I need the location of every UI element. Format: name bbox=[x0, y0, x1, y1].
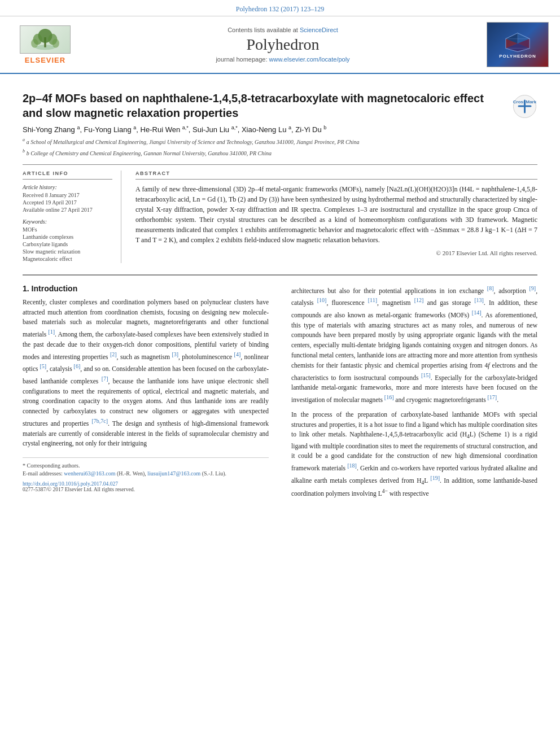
abstract-text: A family of new three-dimensional (3D) 2… bbox=[135, 184, 537, 245]
article-content: 2p–4f MOFs based on naphthalene-1,4,5,8-… bbox=[0, 74, 560, 512]
journal-homepage: journal homepage: www.elsevier.com/locat… bbox=[90, 56, 475, 63]
article-abstract-panel: ABSTRACT A family of new three-dimension… bbox=[135, 171, 537, 263]
article-info-label: ARTICLE INFO bbox=[23, 171, 112, 176]
article-title-text: 2p–4f MOFs based on naphthalene-1,4,5,8-… bbox=[23, 91, 512, 120]
journal-center: Contents lists available at ScienceDirec… bbox=[79, 27, 487, 63]
history-available: Available online 27 April 2017 bbox=[23, 207, 112, 213]
footnotes: * Corresponding authors. E-mail addresse… bbox=[23, 457, 269, 492]
homepage-label: journal homepage: bbox=[216, 56, 267, 63]
email2-link[interactable]: liusuijun147@163.com bbox=[147, 470, 200, 477]
affiliation-a: a a School of Metallurgical and Chemical… bbox=[23, 137, 537, 146]
intro-paragraph1: Recently, cluster complexes and coordina… bbox=[23, 298, 269, 449]
keyword-magnetocaloric: Magnetocaloric effect bbox=[23, 256, 112, 262]
copyright-text: © 2017 Elsevier Ltd. All rights reserved… bbox=[135, 250, 537, 256]
article-title-row: 2p–4f MOFs based on naphthalene-1,4,5,8-… bbox=[23, 91, 537, 120]
corresponding-authors-note: * Corresponding authors. bbox=[23, 462, 269, 469]
article-title-main: 2p–4f MOFs based on naphthalene-1,4,5,8-… bbox=[23, 92, 484, 119]
elsevier-logo: ELSEVIER bbox=[11, 25, 79, 64]
issn-text: 0277-5387/© 2017 Elsevier Ltd. All right… bbox=[23, 487, 269, 492]
email2-name: (S.-J. Liu). bbox=[202, 470, 226, 477]
article-info-abstract-columns: ARTICLE INFO Article history: Received 8… bbox=[23, 164, 537, 263]
keyword-lanthanide: Lanthanide complexes bbox=[23, 234, 112, 240]
abstract-label: ABSTRACT bbox=[135, 171, 537, 176]
sciencedirect-text: Contents lists available at bbox=[228, 27, 298, 33]
body-col-left: 1. Introduction Recently, cluster comple… bbox=[23, 284, 274, 504]
journal-ref-link[interactable]: Polyhedron 132 (2017) 123–129 bbox=[236, 5, 324, 13]
elsevier-label: ELSEVIER bbox=[25, 56, 65, 64]
keyword-mofs: MOFs bbox=[23, 226, 112, 233]
polyhedron-logo: POLYHEDRON bbox=[487, 22, 549, 67]
article-history: Article history: Received 8 January 2017… bbox=[23, 184, 112, 213]
journal-title: Polyhedron bbox=[90, 36, 475, 54]
body-columns: 1. Introduction Recently, cluster comple… bbox=[23, 284, 537, 504]
doi-anchor[interactable]: http://dx.doi.org/10.1016/j.poly.2017.04… bbox=[23, 481, 118, 487]
polyhedron-logo-text: POLYHEDRON bbox=[499, 54, 536, 59]
authors-line: Shi-Yong Zhang a, Fu-Yong Liang a, He-Ru… bbox=[23, 125, 537, 134]
body-col-right: architectures but also for their potenti… bbox=[286, 284, 537, 504]
doi-section: http://dx.doi.org/10.1016/j.poly.2017.04… bbox=[23, 481, 269, 492]
article-body: 1. Introduction Recently, cluster comple… bbox=[23, 274, 537, 504]
page-wrapper: Polyhedron 132 (2017) 123–129 ELSEVIER bbox=[0, 0, 560, 512]
svg-point-6 bbox=[52, 38, 59, 47]
affiliations: a a School of Metallurgical and Chemical… bbox=[23, 137, 537, 157]
journal-header: ELSEVIER Contents lists available at Sci… bbox=[0, 16, 560, 74]
email-footnote: E-mail addresses: wenherui63@163.com (H.… bbox=[23, 470, 269, 477]
history-received: Received 8 January 2017 bbox=[23, 192, 112, 198]
keywords-label: Keywords: bbox=[23, 219, 112, 225]
history-accepted: Accepted 19 April 2017 bbox=[23, 199, 112, 206]
introduction-title-text: Introduction bbox=[32, 284, 78, 293]
elsevier-logo-image bbox=[20, 25, 71, 54]
affiliation-b: b b College of Chemistry and Chemical En… bbox=[23, 148, 537, 158]
homepage-url[interactable]: www.elsevier.com/locate/poly bbox=[269, 56, 350, 63]
keyword-carboxylate: Carboxylate ligands bbox=[23, 241, 112, 247]
journal-top-bar: Polyhedron 132 (2017) 123–129 bbox=[0, 0, 560, 16]
introduction-title: 1. Introduction bbox=[23, 284, 269, 293]
email1-link[interactable]: wenherui63@163.com bbox=[64, 470, 115, 477]
article-info-panel: ARTICLE INFO Article history: Received 8… bbox=[23, 171, 121, 263]
history-label: Article history: bbox=[23, 184, 112, 190]
intro-paragraph3: In the process of the preparation of car… bbox=[291, 410, 537, 499]
doi-link: http://dx.doi.org/10.1016/j.poly.2017.04… bbox=[23, 481, 269, 487]
sciencedirect-link[interactable]: ScienceDirect bbox=[300, 27, 338, 33]
svg-point-5 bbox=[31, 38, 38, 47]
keywords-section: Keywords: MOFs Lanthanide complexes Carb… bbox=[23, 219, 112, 262]
keyword-slow-magnetic: Slow magnetic relaxation bbox=[23, 248, 112, 255]
crossmark-icon: CrossMark bbox=[512, 94, 537, 119]
email1-name: (H.-R. Wen), bbox=[117, 470, 146, 477]
intro-paragraph2: architectures but also for their potenti… bbox=[291, 284, 537, 405]
